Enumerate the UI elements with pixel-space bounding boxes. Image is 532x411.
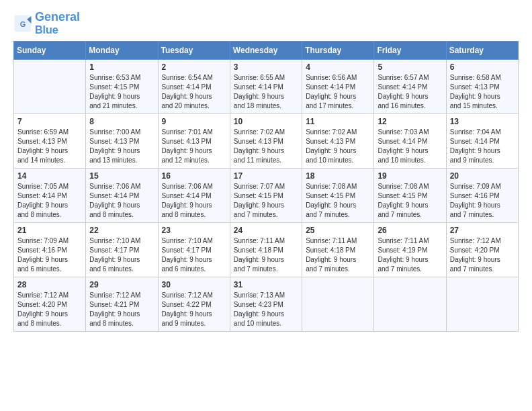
day-number: 6 [450,62,515,72]
day-number: 7 [17,117,82,126]
calendar-day-cell: 22Sunrise: 7:10 AM Sunset: 4:17 PM Dayli… [86,223,158,277]
day-number: 3 [234,62,298,72]
calendar-header-cell: Thursday [302,42,374,60]
svg-text:G: G [20,19,26,28]
calendar-day-cell: 28Sunrise: 7:12 AM Sunset: 4:20 PM Dayli… [14,277,86,332]
calendar-body: 1Sunrise: 6:53 AM Sunset: 4:15 PM Daylig… [14,60,519,332]
day-number: 10 [234,117,298,126]
day-number: 30 [162,280,226,289]
day-number: 22 [89,226,154,235]
calendar-header-cell: Tuesday [158,42,230,60]
calendar-day-cell: 4Sunrise: 6:56 AM Sunset: 4:14 PM Daylig… [302,60,374,114]
day-info: Sunrise: 7:10 AM Sunset: 4:17 PM Dayligh… [162,236,226,274]
day-number: 4 [306,62,370,72]
calendar-day-cell: 7Sunrise: 6:59 AM Sunset: 4:13 PM Daylig… [14,114,86,169]
day-number: 17 [234,171,298,181]
calendar-day-cell: 24Sunrise: 7:11 AM Sunset: 4:18 PM Dayli… [230,223,302,277]
day-number: 2 [162,62,226,72]
calendar-week-row: 7Sunrise: 6:59 AM Sunset: 4:13 PM Daylig… [14,114,519,169]
calendar-day-cell: 14Sunrise: 7:05 AM Sunset: 4:14 PM Dayli… [14,169,86,223]
calendar-day-cell: 30Sunrise: 7:12 AM Sunset: 4:22 PM Dayli… [158,277,230,332]
day-info: Sunrise: 7:11 AM Sunset: 4:18 PM Dayligh… [306,236,370,274]
day-info: Sunrise: 7:09 AM Sunset: 4:16 PM Dayligh… [450,182,515,220]
day-number: 5 [378,62,442,72]
day-number: 27 [450,226,515,235]
calendar-day-cell: 26Sunrise: 7:11 AM Sunset: 4:19 PM Dayli… [374,223,446,277]
calendar-day-cell: 23Sunrise: 7:10 AM Sunset: 4:17 PM Dayli… [158,223,230,277]
calendar-day-cell: 13Sunrise: 7:04 AM Sunset: 4:14 PM Dayli… [446,114,518,169]
day-info: Sunrise: 7:09 AM Sunset: 4:16 PM Dayligh… [17,236,82,274]
day-number: 21 [17,226,82,235]
day-number: 9 [162,117,226,126]
day-info: Sunrise: 7:10 AM Sunset: 4:17 PM Dayligh… [89,236,154,274]
calendar-day-cell: 16Sunrise: 7:06 AM Sunset: 4:14 PM Dayli… [158,169,230,223]
calendar-day-cell: 15Sunrise: 7:06 AM Sunset: 4:14 PM Dayli… [86,169,158,223]
calendar-day-cell: 8Sunrise: 7:00 AM Sunset: 4:13 PM Daylig… [86,114,158,169]
day-info: Sunrise: 7:00 AM Sunset: 4:13 PM Dayligh… [89,128,154,165]
day-info: Sunrise: 6:54 AM Sunset: 4:14 PM Dayligh… [162,73,226,111]
day-number: 20 [450,171,515,181]
calendar-day-cell: 2Sunrise: 6:54 AM Sunset: 4:14 PM Daylig… [158,60,230,114]
calendar-table: SundayMondayTuesdayWednesdayThursdayFrid… [13,41,519,332]
day-info: Sunrise: 7:12 AM Sunset: 4:20 PM Dayligh… [450,236,515,274]
calendar-day-cell: 21Sunrise: 7:09 AM Sunset: 4:16 PM Dayli… [14,223,86,277]
day-info: Sunrise: 6:53 AM Sunset: 4:15 PM Dayligh… [89,73,154,111]
logo: G General Blue [13,11,80,36]
day-number: 1 [89,62,154,72]
day-info: Sunrise: 7:01 AM Sunset: 4:13 PM Dayligh… [162,128,226,165]
calendar-day-cell [14,60,86,114]
day-number: 11 [306,117,370,126]
day-info: Sunrise: 7:05 AM Sunset: 4:14 PM Dayligh… [17,182,82,220]
logo-icon: G [13,14,32,33]
calendar-day-cell: 27Sunrise: 7:12 AM Sunset: 4:20 PM Dayli… [446,223,518,277]
day-info: Sunrise: 7:13 AM Sunset: 4:23 PM Dayligh… [234,291,298,328]
calendar-day-cell: 25Sunrise: 7:11 AM Sunset: 4:18 PM Dayli… [302,223,374,277]
day-info: Sunrise: 7:04 AM Sunset: 4:14 PM Dayligh… [450,128,515,165]
day-info: Sunrise: 7:12 AM Sunset: 4:21 PM Dayligh… [89,291,154,328]
calendar-day-cell: 17Sunrise: 7:07 AM Sunset: 4:15 PM Dayli… [230,169,302,223]
calendar-day-cell: 18Sunrise: 7:08 AM Sunset: 4:15 PM Dayli… [302,169,374,223]
calendar-day-cell: 19Sunrise: 7:08 AM Sunset: 4:15 PM Dayli… [374,169,446,223]
page-header: G General Blue [13,11,519,36]
day-number: 29 [89,280,154,289]
calendar-header-cell: Saturday [446,42,518,60]
day-info: Sunrise: 7:06 AM Sunset: 4:14 PM Dayligh… [162,182,226,220]
day-info: Sunrise: 6:59 AM Sunset: 4:13 PM Dayligh… [17,128,82,165]
day-number: 25 [306,226,370,235]
day-info: Sunrise: 6:56 AM Sunset: 4:14 PM Dayligh… [306,73,370,111]
day-info: Sunrise: 7:12 AM Sunset: 4:20 PM Dayligh… [17,291,82,328]
day-info: Sunrise: 7:11 AM Sunset: 4:19 PM Dayligh… [378,236,442,274]
calendar-header-cell: Monday [86,42,158,60]
calendar-week-row: 28Sunrise: 7:12 AM Sunset: 4:20 PM Dayli… [14,277,519,332]
calendar-day-cell: 11Sunrise: 7:02 AM Sunset: 4:13 PM Dayli… [302,114,374,169]
day-number: 12 [378,117,442,126]
day-info: Sunrise: 6:58 AM Sunset: 4:13 PM Dayligh… [450,73,515,111]
calendar-day-cell: 12Sunrise: 7:03 AM Sunset: 4:14 PM Dayli… [374,114,446,169]
calendar-day-cell: 31Sunrise: 7:13 AM Sunset: 4:23 PM Dayli… [230,277,302,332]
day-info: Sunrise: 7:08 AM Sunset: 4:15 PM Dayligh… [378,182,442,220]
day-info: Sunrise: 7:06 AM Sunset: 4:14 PM Dayligh… [89,182,154,220]
day-number: 31 [234,280,298,289]
day-info: Sunrise: 6:57 AM Sunset: 4:14 PM Dayligh… [378,73,442,111]
calendar-week-row: 1Sunrise: 6:53 AM Sunset: 4:15 PM Daylig… [14,60,519,114]
day-number: 13 [450,117,515,126]
calendar-day-cell [374,277,446,332]
day-info: Sunrise: 7:11 AM Sunset: 4:18 PM Dayligh… [234,236,298,274]
day-info: Sunrise: 7:12 AM Sunset: 4:22 PM Dayligh… [162,291,226,328]
calendar-day-cell: 10Sunrise: 7:02 AM Sunset: 4:13 PM Dayli… [230,114,302,169]
calendar-day-cell: 3Sunrise: 6:55 AM Sunset: 4:14 PM Daylig… [230,60,302,114]
day-info: Sunrise: 7:02 AM Sunset: 4:13 PM Dayligh… [306,128,370,165]
calendar-header-cell: Friday [374,42,446,60]
day-number: 19 [378,171,442,181]
day-info: Sunrise: 7:02 AM Sunset: 4:13 PM Dayligh… [234,128,298,165]
day-number: 8 [89,117,154,126]
calendar-week-row: 21Sunrise: 7:09 AM Sunset: 4:16 PM Dayli… [14,223,519,277]
calendar-day-cell: 20Sunrise: 7:09 AM Sunset: 4:16 PM Dayli… [446,169,518,223]
calendar-day-cell: 9Sunrise: 7:01 AM Sunset: 4:13 PM Daylig… [158,114,230,169]
calendar-day-cell: 5Sunrise: 6:57 AM Sunset: 4:14 PM Daylig… [374,60,446,114]
day-info: Sunrise: 6:55 AM Sunset: 4:14 PM Dayligh… [234,73,298,111]
calendar-week-row: 14Sunrise: 7:05 AM Sunset: 4:14 PM Dayli… [14,169,519,223]
day-info: Sunrise: 7:08 AM Sunset: 4:15 PM Dayligh… [306,182,370,220]
day-number: 24 [234,226,298,235]
day-number: 14 [17,171,82,181]
